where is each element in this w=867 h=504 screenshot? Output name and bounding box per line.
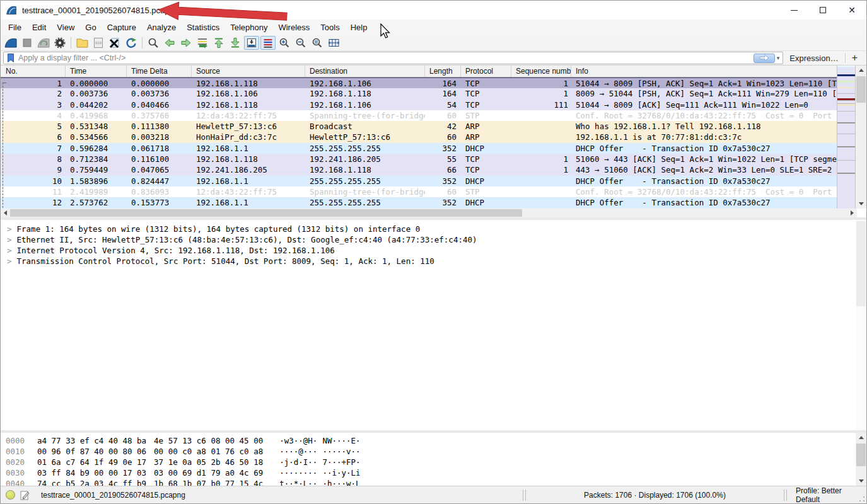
scroll-down-arrow[interactable] — [856, 199, 866, 209]
col-header-protocol[interactable]: Protocol — [461, 66, 511, 77]
scrollbar-thumb[interactable] — [856, 76, 866, 103]
minimize-button[interactable] — [779, 1, 808, 20]
menu-go[interactable]: Go — [80, 21, 101, 34]
main-toolbar: 010 — [1, 35, 866, 51]
packet-row[interactable]: 10.0000000.000000192.168.1.118192.168.1.… — [1, 77, 838, 88]
packet-row[interactable]: 80.7123840.116100192.168.1.118192.241.18… — [1, 154, 838, 164]
packet-row[interactable]: 112.4199890.83609312:da:43:22:ff:75Spann… — [1, 186, 838, 197]
packet-row[interactable]: 30.0442020.040466192.168.1.118192.168.1.… — [1, 100, 838, 110]
zoom-in-icon[interactable] — [277, 36, 292, 50]
maximize-button[interactable] — [808, 1, 837, 20]
packet-row[interactable]: 90.7594490.047065192.241.186.205192.168.… — [1, 164, 838, 175]
capture-comment-icon[interactable] — [20, 490, 30, 500]
capture-options-icon[interactable] — [52, 36, 67, 50]
filter-dropdown-caret[interactable]: ▾ — [777, 55, 780, 61]
bytes-vertical-scrollbar[interactable] — [856, 433, 866, 486]
zoom-original-icon[interactable] — [310, 36, 325, 50]
hex-line[interactable]: 003003 ff 84 b9 00 00 17 0303 00 69 d1 7… — [1, 467, 866, 478]
menu-tools[interactable]: Tools — [315, 21, 344, 34]
hex-line[interactable]: 001000 96 0f 87 40 00 80 0600 00 c0 a8 0… — [1, 446, 866, 457]
packet-row[interactable]: 40.4199680.37576612:da:43:22:ff:75Spanni… — [1, 110, 838, 121]
detail-ethernet-line[interactable]: >Ethernet II, Src: HewlettP_57:13:c6 (48… — [1, 234, 866, 245]
col-header-length[interactable]: Length — [425, 66, 461, 77]
save-file-icon[interactable]: 010 — [91, 36, 106, 50]
intelligent-scrollbar-minimap[interactable] — [837, 66, 856, 209]
go-to-packet-icon[interactable] — [195, 36, 210, 50]
go-last-packet-icon[interactable] — [228, 36, 243, 50]
menu-view[interactable]: View — [52, 21, 79, 34]
window-title: testtrace_00001_20190526074815.pcapng — [22, 6, 178, 15]
col-header-info[interactable]: Info — [571, 66, 838, 77]
packet-row[interactable]: 70.5962840.061718192.168.1.1255.255.255.… — [1, 143, 838, 154]
menu-edit[interactable]: Edit — [27, 21, 51, 34]
packet-row[interactable]: 20.0037360.003736192.168.1.106192.168.1.… — [1, 88, 838, 99]
col-header-destination[interactable]: Destination — [305, 66, 425, 77]
add-filter-button[interactable]: + — [846, 52, 864, 64]
filter-bookmark-icon[interactable] — [6, 53, 15, 63]
col-header-sequence-number[interactable]: Sequence number — [511, 66, 571, 77]
find-packet-icon[interactable] — [146, 36, 161, 50]
expression-button[interactable]: Expression… — [783, 54, 844, 63]
col-header-time[interactable]: Time — [66, 66, 127, 77]
scrollbar-thumb[interactable] — [856, 221, 866, 306]
expander-icon[interactable]: > — [7, 256, 12, 266]
menu-analyze[interactable]: Analyze — [142, 21, 181, 34]
packet-bytes-pane: 0000a4 77 33 ef c4 40 48 ba4e 57 13 c6 0… — [1, 430, 866, 486]
go-first-packet-icon[interactable] — [211, 36, 226, 50]
packet-rows: 10.0000000.000000192.168.1.118192.168.1.… — [1, 77, 838, 209]
resize-grip[interactable] — [859, 496, 865, 502]
scroll-left-arrow[interactable] — [1, 209, 10, 217]
packet-row[interactable]: 101.5838960.824447192.168.1.1255.255.255… — [1, 176, 838, 186]
open-file-icon[interactable] — [74, 36, 90, 50]
zoom-out-icon[interactable] — [293, 36, 308, 50]
packet-list-vertical-scrollbar[interactable] — [856, 66, 866, 209]
detail-frame-line[interactable]: >Frame 1: 164 bytes on wire (1312 bits),… — [1, 224, 866, 234]
menu-file[interactable]: File — [3, 21, 26, 34]
close-button[interactable]: ✕ — [837, 1, 866, 20]
expander-icon[interactable]: > — [7, 235, 12, 244]
display-filter-input[interactable] — [18, 53, 754, 63]
scroll-right-arrow[interactable] — [847, 209, 857, 217]
restart-capture-icon[interactable] — [36, 36, 51, 50]
scrollbar-thumb[interactable] — [10, 209, 522, 217]
hex-line[interactable]: 0000a4 77 33 ef c4 40 48 ba4e 57 13 c6 0… — [1, 435, 866, 446]
close-file-icon[interactable] — [107, 36, 122, 50]
expert-info-icon[interactable] — [6, 490, 15, 500]
go-forward-icon[interactable] — [178, 36, 194, 50]
col-header-source[interactable]: Source — [192, 66, 305, 77]
go-back-icon[interactable] — [162, 36, 177, 50]
packet-list-pane: No. Time Time Delta Source Destination L… — [1, 66, 866, 217]
col-header-time-delta[interactable]: Time Delta — [127, 66, 192, 77]
reload-file-icon[interactable] — [124, 36, 139, 50]
filter-input-wrap: ▾ — [3, 52, 783, 64]
hex-line[interactable]: 002001 6a c7 64 1f 49 0e 1737 1e 0a 05 2… — [1, 457, 866, 467]
expander-icon[interactable]: > — [7, 246, 12, 255]
detail-ip-line[interactable]: >Internet Protocol Version 4, Src: 192.1… — [1, 245, 866, 256]
packet-row[interactable]: 60.5345660.003218HonHaiPr_dd:c3:7cHewlet… — [1, 132, 838, 142]
mouse-cursor — [380, 23, 392, 40]
packet-row[interactable]: 122.5737620.153773192.168.1.1255.255.255… — [1, 197, 838, 208]
resize-columns-icon[interactable] — [326, 36, 341, 50]
apply-filter-button[interactable] — [754, 54, 775, 63]
status-bar: testtrace_00001_20190526074815.pcapng Pa… — [1, 486, 866, 503]
auto-scroll-toggle-icon[interactable] — [244, 36, 259, 50]
expander-icon[interactable]: > — [7, 224, 12, 234]
packet-list-horizontal-scrollbar[interactable] — [1, 209, 857, 217]
menu-capture[interactable]: Capture — [102, 21, 141, 34]
svg-text:010: 010 — [95, 41, 102, 45]
colorize-toggle-icon[interactable] — [260, 36, 276, 50]
scroll-down-arrow[interactable] — [856, 476, 866, 486]
packet-list-header: No. Time Time Delta Source Destination L… — [1, 66, 838, 77]
start-capture-icon[interactable] — [3, 36, 18, 50]
scroll-up-arrow[interactable] — [856, 66, 866, 75]
menu-bar: File Edit View Go Capture Analyze Statis… — [1, 20, 866, 35]
scroll-up-arrow[interactable] — [856, 433, 866, 442]
details-vertical-scrollbar[interactable] — [856, 220, 866, 430]
scrollbar-thumb[interactable] — [856, 444, 866, 466]
statusbar-profile[interactable]: Profile: Better Default — [788, 486, 866, 504]
col-header-no[interactable]: No. — [1, 66, 66, 77]
stop-capture-icon[interactable] — [20, 36, 35, 50]
packet-row[interactable]: 50.5313480.111380HewlettP_57:13:c6Broadc… — [1, 121, 838, 132]
detail-tcp-line[interactable]: >Transmission Control Protocol, Src Port… — [1, 256, 866, 266]
menu-help[interactable]: Help — [346, 21, 373, 34]
